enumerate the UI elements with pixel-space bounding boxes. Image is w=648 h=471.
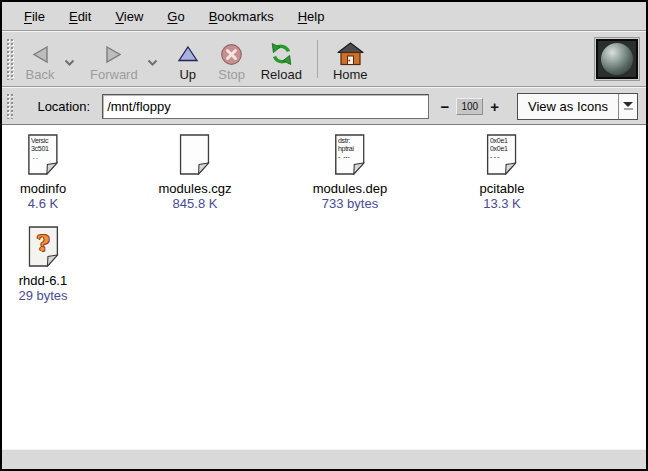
status-bar — [2, 449, 646, 469]
file-item-pcitable[interactable]: 0x0e10x0e1- - - pcitable 13.3 K — [480, 134, 525, 211]
file-name: modules.dep — [313, 181, 387, 196]
back-arrow-icon — [30, 41, 51, 67]
location-input[interactable] — [102, 94, 428, 119]
view-mode-label: View as Icons — [518, 99, 618, 114]
home-icon — [337, 41, 364, 67]
back-label: Back — [26, 67, 55, 82]
icon-view[interactable]: Versic3c501 . . modinfo 4.6 K modules.cg… — [2, 124, 646, 449]
file-item-modules-dep[interactable]: dstr: hptrai- --- modules.dep 733 bytes — [313, 134, 387, 211]
menu-file[interactable]: File — [14, 5, 55, 28]
location-bar-drag-handle[interactable] — [6, 93, 13, 119]
file-item-modules-cgz[interactable]: modules.cgz 845.8 K — [159, 134, 232, 211]
file-size: 29 bytes — [18, 288, 67, 303]
forward-button[interactable]: Forward — [83, 34, 145, 84]
file-size: 845.8 K — [173, 196, 218, 211]
home-label: Home — [333, 67, 368, 82]
file-size: 4.6 K — [28, 196, 58, 211]
toolbar-spacer — [375, 34, 594, 84]
up-label: Up — [179, 67, 196, 82]
menu-edit[interactable]: Edit — [59, 5, 101, 28]
document-icon — [180, 134, 210, 175]
back-button[interactable]: Back — [18, 34, 62, 84]
zoom-controls: − 100 + — [439, 98, 502, 115]
zoom-out-button[interactable]: − — [439, 99, 452, 114]
reload-icon — [269, 41, 294, 67]
file-item-modinfo[interactable]: Versic3c501 . . modinfo 4.6 K — [20, 134, 66, 211]
zoom-in-button[interactable]: + — [488, 99, 501, 114]
home-button[interactable]: Home — [326, 34, 375, 84]
location-bar: Location: − 100 + View as Icons — [2, 88, 646, 124]
dropdown-arrow-icon — [618, 94, 637, 119]
forward-label: Forward — [90, 67, 138, 82]
text-file-icon: dstr: hptrai- --- — [335, 134, 365, 175]
reload-button[interactable]: Reload — [254, 34, 309, 84]
throbber-sphere-icon — [601, 43, 633, 75]
menu-view[interactable]: View — [105, 5, 153, 28]
up-arrow-icon — [177, 41, 199, 67]
stop-label: Stop — [218, 67, 245, 82]
unknown-file-icon: ? — [28, 226, 58, 267]
toolbar: Back Forward Up — [2, 32, 646, 86]
file-name: pcitable — [480, 181, 525, 196]
forward-history-chevron-icon[interactable] — [145, 40, 160, 84]
location-label: Location: — [37, 99, 90, 114]
up-button[interactable]: Up — [166, 34, 210, 84]
menu-bar: File Edit View Go Bookmarks Help — [2, 2, 646, 30]
view-mode-dropdown[interactable]: View as Icons — [517, 93, 638, 120]
reload-label: Reload — [261, 67, 302, 82]
menu-bookmarks[interactable]: Bookmarks — [199, 5, 284, 28]
file-name: modinfo — [20, 181, 66, 196]
file-name: rhdd-6.1 — [19, 273, 67, 288]
file-item-rhdd[interactable]: ? rhdd-6.1 29 bytes — [18, 226, 67, 303]
stop-icon — [220, 41, 243, 67]
file-name: modules.cgz — [159, 181, 232, 196]
zoom-level-indicator[interactable]: 100 — [456, 98, 483, 115]
question-mark-glyph: ? — [28, 227, 58, 257]
file-size: 733 bytes — [322, 196, 378, 211]
text-file-icon: 0x0e10x0e1- - - — [487, 134, 517, 175]
stop-button[interactable]: Stop — [210, 34, 254, 84]
file-manager-window: File Edit View Go Bookmarks Help Back Fo… — [0, 0, 648, 471]
forward-arrow-icon — [103, 41, 124, 67]
file-size: 13.3 K — [483, 196, 521, 211]
toolbar-separator — [317, 40, 318, 78]
menu-help[interactable]: Help — [288, 5, 335, 28]
toolbar-drag-handle[interactable] — [6, 38, 14, 80]
menu-go[interactable]: Go — [157, 5, 194, 28]
throbber-frame — [596, 39, 638, 79]
throbber — [594, 37, 640, 81]
back-history-chevron-icon[interactable] — [62, 40, 77, 84]
text-file-icon: Versic3c501 . . — [28, 134, 58, 175]
